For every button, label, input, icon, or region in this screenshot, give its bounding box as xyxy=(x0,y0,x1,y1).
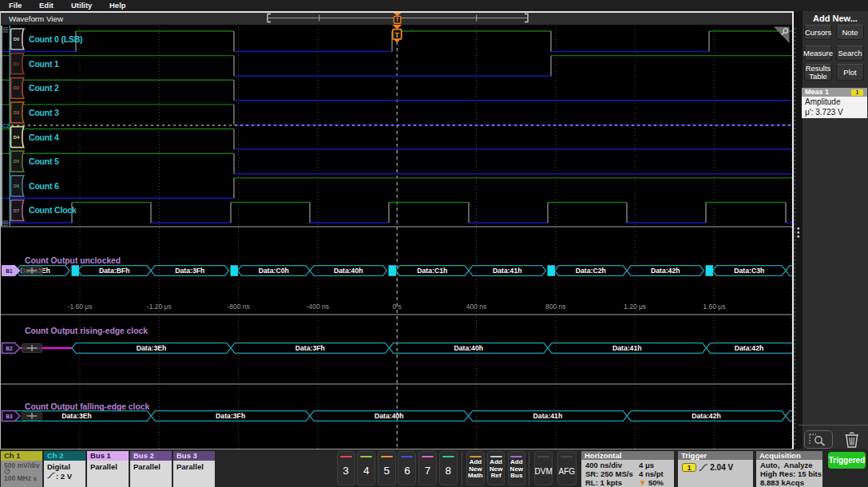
svg-text:Data:41h: Data:41h xyxy=(612,344,642,352)
svg-text:400 ns: 400 ns xyxy=(466,303,487,311)
svg-text:Data:C3h: Data:C3h xyxy=(734,267,764,275)
svg-text:D1: D1 xyxy=(14,61,20,66)
svg-text:Count 4: Count 4 xyxy=(29,133,59,142)
svg-text:B3: B3 xyxy=(6,414,13,419)
svg-text:-1.20 μs: -1.20 μs xyxy=(147,303,172,311)
svg-text:D5: D5 xyxy=(14,159,20,164)
svg-text:Count 0 (LSB): Count 0 (LSB) xyxy=(29,34,82,44)
svg-text:D3: D3 xyxy=(14,110,20,115)
svg-text:-400 ns: -400 ns xyxy=(307,303,329,311)
svg-text:D6: D6 xyxy=(14,184,20,188)
svg-text:Data:BFh: Data:BFh xyxy=(99,267,130,275)
svg-text:T: T xyxy=(396,17,399,22)
svg-text:Count 5: Count 5 xyxy=(29,156,59,166)
svg-text:-800 ns: -800 ns xyxy=(227,303,249,311)
svg-text:Data:40h: Data:40h xyxy=(375,412,404,420)
svg-text:-1.60 μs: -1.60 μs xyxy=(68,303,93,311)
svg-text:Data:42h: Data:42h xyxy=(735,344,764,352)
svg-text:Data:41h: Data:41h xyxy=(493,267,522,275)
svg-text:Count Output rising-edge clock: Count Output rising-edge clock xyxy=(25,327,148,335)
svg-text:D0: D0 xyxy=(14,37,19,42)
svg-text:Data:3Fh: Data:3Fh xyxy=(216,412,245,420)
svg-text:Data:C1h: Data:C1h xyxy=(417,267,447,275)
svg-text:Data:42h: Data:42h xyxy=(692,412,721,420)
svg-text:0 s: 0 s xyxy=(393,303,402,311)
svg-text:Data:C2h: Data:C2h xyxy=(576,267,606,275)
svg-text:Data:3Fh: Data:3Fh xyxy=(175,267,204,275)
svg-text:B1: B1 xyxy=(6,268,13,274)
svg-text:Count Output falling-edge cloc: Count Output falling-edge clock xyxy=(25,402,149,411)
svg-text:D2: D2 xyxy=(14,85,19,90)
svg-text:Data:3Eh: Data:3Eh xyxy=(61,412,92,420)
svg-text:Data:C0h: Data:C0h xyxy=(259,267,289,275)
svg-text:Count 3: Count 3 xyxy=(29,108,59,117)
svg-text:Data:3Fh: Data:3Fh xyxy=(295,344,325,352)
svg-text:D4: D4 xyxy=(14,135,20,140)
svg-text:Count Clock: Count Clock xyxy=(29,205,77,215)
svg-text:Data:41h: Data:41h xyxy=(533,412,563,420)
svg-text:Data:42h: Data:42h xyxy=(651,267,680,275)
svg-text:Count 1: Count 1 xyxy=(29,59,59,69)
svg-text:T: T xyxy=(395,31,400,39)
svg-text:800 ns: 800 ns xyxy=(545,303,566,311)
svg-text:1.60 μs: 1.60 μs xyxy=(703,303,725,311)
svg-text:Count 2: Count 2 xyxy=(29,83,59,93)
svg-text:Data:3Eh: Data:3Eh xyxy=(137,344,167,352)
svg-text:C2: C2 xyxy=(2,123,10,129)
svg-text:Count Output unclocked: Count Output unclocked xyxy=(25,256,121,265)
svg-text:Data:40h: Data:40h xyxy=(334,267,363,275)
svg-text:Count 6: Count 6 xyxy=(29,181,59,191)
svg-text:1.20 μs: 1.20 μs xyxy=(624,303,646,311)
svg-text:B2: B2 xyxy=(6,346,13,351)
svg-text:Data:40h: Data:40h xyxy=(454,344,483,352)
svg-text:D7: D7 xyxy=(14,208,19,213)
